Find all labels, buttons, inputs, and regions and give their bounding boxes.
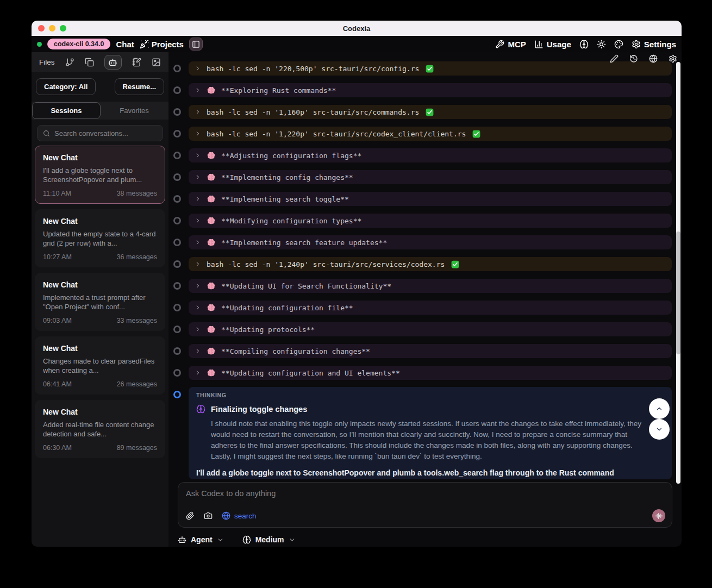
minimize-window-button[interactable] <box>49 25 55 32</box>
conversation-row: **Updating configuration and UI elements… <box>168 366 672 380</box>
brain-icon <box>242 535 251 544</box>
thinking-summary-row[interactable]: **Modifying configuration types** <box>189 214 672 228</box>
row-text: **Implementing search feature updates** <box>221 239 387 247</box>
brain-emoji-icon <box>207 347 216 356</box>
audio-waveform-icon <box>655 512 663 520</box>
camera-icon[interactable] <box>204 511 213 520</box>
chevron-right-icon <box>195 217 201 224</box>
session-title: New Chat <box>43 153 157 162</box>
chevron-right-icon <box>195 65 201 72</box>
settings-button[interactable]: Settings <box>632 40 676 49</box>
attach-file-icon[interactable] <box>186 511 195 520</box>
sun-icon[interactable] <box>597 40 606 49</box>
chevron-right-icon <box>195 87 201 93</box>
assistant-final-message: I'll add a globe toggle next to Screensh… <box>196 467 664 479</box>
thinking-summary-row[interactable]: **Implementing config changes** <box>189 170 672 184</box>
thinking-summary-row[interactable]: **Compiling configuration changes** <box>189 344 672 358</box>
copy-icon[interactable] <box>85 58 94 67</box>
sidebar-tab-sessions-bot[interactable] <box>104 55 122 70</box>
toggle-sidebar-button[interactable] <box>189 37 203 51</box>
git-branch-icon[interactable] <box>65 58 74 67</box>
pencil-icon[interactable] <box>610 54 619 63</box>
tab-favorites[interactable]: Favorites <box>101 102 168 119</box>
session-card[interactable]: New ChatI'll add a globe toggle next to … <box>35 146 165 204</box>
bar-chart-icon <box>534 40 544 49</box>
category-filter-button[interactable]: Category: All <box>36 78 96 95</box>
tab-projects[interactable]: Projects <box>140 40 184 49</box>
gear-icon[interactable] <box>669 54 677 63</box>
composer-statusbar: Agent Medium <box>178 535 296 544</box>
session-preview: Added real-time file content change dete… <box>43 420 157 439</box>
row-status-ring <box>173 86 181 94</box>
history-icon[interactable] <box>629 54 638 63</box>
row-text: bash -lc sed -n '1,160p' src-tauri/src/c… <box>207 108 419 116</box>
bot-icon <box>178 535 186 544</box>
thinking-summary-row[interactable]: **Implementing search toggle** <box>189 192 672 206</box>
scrollbar-thumb[interactable] <box>676 232 680 354</box>
row-text: **Updating protocols** <box>221 326 315 334</box>
session-card[interactable]: New ChatUpdated the empty state to a 4-c… <box>35 209 165 267</box>
scrollbar[interactable] <box>676 62 680 484</box>
thinking-panel: THINKING Finalizing toggle changes I sho… <box>189 387 672 479</box>
mcp-button[interactable]: MCP <box>495 40 526 49</box>
scroll-up-button[interactable] <box>649 398 670 419</box>
bash-command-row[interactable]: bash -lc sed -n '1,160p' src-tauri/src/c… <box>189 105 672 119</box>
brain-icon[interactable] <box>579 40 589 49</box>
web-search-toggle[interactable]: search <box>222 511 257 520</box>
search-input[interactable] <box>54 129 157 137</box>
agent-mode-dropdown[interactable]: Agent <box>178 535 224 544</box>
thinking-summary-row[interactable]: **Updating configuration and UI elements… <box>189 366 672 380</box>
usage-label: Usage <box>547 40 571 49</box>
close-window-button[interactable] <box>38 25 45 32</box>
bash-command-row[interactable]: bash -lc sed -n '1,240p' src-tauri/src/s… <box>189 257 672 271</box>
reasoning-effort-dropdown[interactable]: Medium <box>242 535 296 544</box>
thinking-summary-row[interactable]: **Adjusting configuration flags** <box>189 148 672 162</box>
usage-button[interactable]: Usage <box>534 40 571 49</box>
thinking-summary-row[interactable]: **Implementing search feature updates** <box>189 235 672 249</box>
window-title: Codexia <box>343 24 371 33</box>
bash-command-row[interactable]: bash -lc sed -n '220,500p' src-tauri/src… <box>189 61 672 76</box>
tab-chat[interactable]: Chat <box>116 40 134 49</box>
thinking-summary-row[interactable]: **Updating UI for Search Functionality** <box>189 279 672 293</box>
session-card[interactable]: New ChatChanges made to clear parsedFile… <box>35 336 165 395</box>
app-window: Codexia codex-cli 0.34.0 Chat Projects M… <box>32 21 682 547</box>
thinking-summary-row[interactable]: **Updating protocols** <box>189 322 672 336</box>
session-preview: Updated the empty state to a 4-card grid… <box>43 229 157 248</box>
brain-emoji-icon <box>207 303 216 312</box>
brain-emoji-icon <box>207 216 216 226</box>
traffic-lights <box>38 25 66 32</box>
conversation-row: **Exploring Rust commands** <box>168 83 672 97</box>
notebook-pen-icon[interactable] <box>132 58 141 67</box>
chevron-right-icon <box>195 196 201 202</box>
sidebar-tab-files[interactable]: Files <box>39 58 55 66</box>
session-meta: 10:27 AM36 messages <box>43 253 157 261</box>
row-text: **Implementing search toggle** <box>221 195 349 203</box>
globe-icon[interactable] <box>649 54 658 63</box>
session-time: 09:03 AM <box>43 317 72 324</box>
conversation-search[interactable] <box>37 125 163 141</box>
composer-input[interactable] <box>186 489 664 506</box>
brain-icon <box>196 404 205 414</box>
conversation-row: **Implementing search feature updates** <box>168 235 672 249</box>
bash-command-row[interactable]: bash -lc sed -n '1,220p' src-tauri/src/c… <box>189 127 672 141</box>
version-badge[interactable]: codex-cli 0.34.0 <box>47 39 110 49</box>
voice-input-button[interactable] <box>652 509 665 522</box>
session-title: New Chat <box>43 217 157 226</box>
tab-sessions[interactable]: Sessions <box>32 102 101 119</box>
search-icon <box>43 130 50 137</box>
scroll-down-button[interactable] <box>649 419 670 440</box>
thinking-summary-row[interactable]: **Updating configuration file** <box>189 301 672 315</box>
conversation-row: **Adjusting configuration flags** <box>168 148 672 162</box>
thinking-status-ring <box>173 391 181 398</box>
tab-projects-label: Projects <box>152 40 184 49</box>
thinking-summary-row[interactable]: **Exploring Rust commands** <box>189 83 672 97</box>
resume-button[interactable]: Resume... <box>115 78 164 95</box>
row-text: **Compiling configuration changes** <box>221 347 370 355</box>
conversation-row: bash -lc sed -n '1,240p' src-tauri/src/s… <box>168 257 672 271</box>
session-card[interactable]: New ChatAdded real-time file content cha… <box>35 400 165 458</box>
palette-icon[interactable] <box>614 40 623 49</box>
conversation-row: **Implementing search toggle** <box>168 192 672 206</box>
session-card[interactable]: New ChatImplemented a trust prompt after… <box>35 273 165 331</box>
zoom-window-button[interactable] <box>60 25 66 32</box>
image-icon[interactable] <box>152 58 161 67</box>
